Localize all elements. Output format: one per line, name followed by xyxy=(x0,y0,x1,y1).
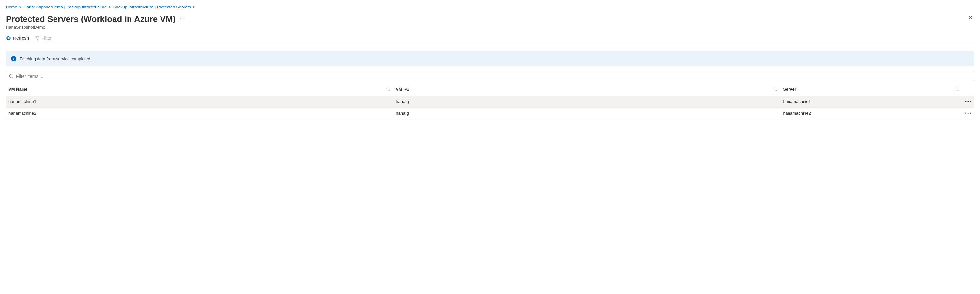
row-more-button[interactable]: ••• xyxy=(963,96,974,108)
col-label: VM RG xyxy=(396,87,410,92)
refresh-icon xyxy=(6,35,11,41)
col-label: Server xyxy=(783,87,796,92)
cell-vm-rg: hanarg xyxy=(393,108,780,119)
page-title: Protected Servers (Workload in Azure VM) xyxy=(6,14,175,24)
filter-icon xyxy=(35,36,40,40)
crumb-infra[interactable]: Backup Infrastructure | Protected Server… xyxy=(113,5,191,10)
svg-line-1 xyxy=(12,77,13,78)
breadcrumb-sep: > xyxy=(19,5,22,10)
sort-icon[interactable]: ↑↓ xyxy=(386,87,390,92)
col-server[interactable]: Server ↑↓ xyxy=(780,83,963,96)
filter-label: Filter xyxy=(41,35,51,41)
breadcrumb-sep: > xyxy=(109,5,111,10)
close-button[interactable]: ✕ xyxy=(967,12,974,21)
cell-vm-name: hanamachine1 xyxy=(6,96,393,108)
page-subtitle: HanaSnapshotDemo xyxy=(6,25,974,30)
sort-icon[interactable]: ↑↓ xyxy=(955,87,959,92)
crumb-home[interactable]: Home xyxy=(6,5,17,10)
command-bar: Refresh Filter xyxy=(6,35,974,44)
col-label: VM Name xyxy=(8,87,28,92)
filter-items-box[interactable] xyxy=(6,72,974,81)
cell-vm-name: hanamachine2 xyxy=(6,108,393,119)
refresh-label: Refresh xyxy=(13,35,29,41)
search-icon xyxy=(9,74,13,79)
breadcrumb-sep: > xyxy=(193,5,196,10)
col-vm-name[interactable]: VM Name ↑↓ xyxy=(6,83,393,96)
table-row[interactable]: hanamachine2 hanarg hanamachine2 ••• xyxy=(6,108,974,119)
cell-server: hanamachine2 xyxy=(780,108,963,119)
col-vm-rg[interactable]: VM RG ↑↓ xyxy=(393,83,780,96)
row-more-button[interactable]: ••• xyxy=(963,108,974,119)
svg-point-0 xyxy=(10,75,12,77)
filter-button[interactable]: Filter xyxy=(35,35,51,41)
more-actions-button[interactable]: ··· xyxy=(180,15,186,21)
crumb-vault[interactable]: HanaSnapshotDemo | Backup Infrastructure xyxy=(24,5,107,10)
cell-server: hanamachine1 xyxy=(780,96,963,108)
info-text: Fetching data from service completed. xyxy=(19,56,91,61)
filter-items-input[interactable] xyxy=(15,73,971,79)
sort-icon[interactable]: ↑↓ xyxy=(773,87,777,92)
breadcrumb: Home > HanaSnapshotDemo | Backup Infrast… xyxy=(6,0,974,12)
refresh-button[interactable]: Refresh xyxy=(6,35,29,41)
cell-vm-rg: hanarg xyxy=(393,96,780,108)
protected-servers-table: VM Name ↑↓ VM RG ↑↓ Server ↑↓ hanamachin… xyxy=(6,83,974,119)
info-icon: i xyxy=(11,56,16,61)
info-banner: i Fetching data from service completed. xyxy=(6,51,974,66)
table-row[interactable]: hanamachine1 hanarg hanamachine1 ••• xyxy=(6,96,974,108)
